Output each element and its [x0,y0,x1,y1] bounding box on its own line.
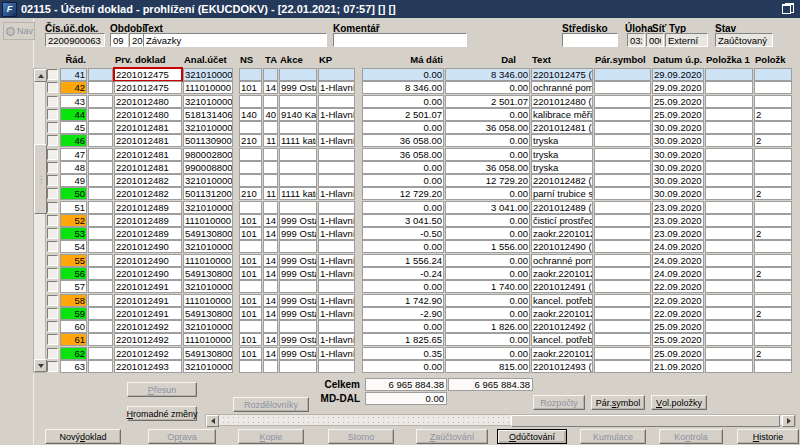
kp-cell[interactable]: 1-Hlavní - Z [318,254,355,267]
row-number-cell[interactable]: 53 [60,227,87,240]
text-cell[interactable]: ochranné pomůck [531,81,593,94]
text-cell[interactable]: 2201012490 (ERC [531,240,593,253]
anal-ucet-cell[interactable]: 980002800 [183,148,233,161]
text-cell[interactable]: kancel. potřeby - [531,333,593,346]
text-cell[interactable]: tryska [531,134,593,147]
kopie-button[interactable]: Kopie [238,429,304,444]
ta-cell[interactable]: 14 [263,254,278,267]
par-symbol-cell[interactable] [594,307,651,320]
row-number-cell[interactable]: 47 [60,148,87,161]
table-row[interactable]: 56 2201012490 549130800 101 14 999 Ostat… [47,267,792,280]
ma-dati-cell[interactable]: 0.00 [362,174,444,187]
table-row[interactable]: 55 2201012490 111010000 101 14 999 Ostat… [47,254,792,267]
text-cell[interactable]: 2201012482 (VW [531,174,593,187]
polozka2-cell[interactable]: 2 [754,108,792,121]
kp-cell[interactable]: 1-Hlavní - Z [318,267,355,280]
datum-cell[interactable]: 30.09.2020 [652,161,704,174]
ns-cell[interactable]: 101 [239,227,262,240]
dal-cell[interactable]: 0.00 [445,134,530,147]
prv-doklad-cell[interactable]: 2201012491 [114,307,182,320]
kp-cell[interactable] [318,360,355,373]
table-row[interactable]: 47 2201012481 980002800 36 058.00 0.00 t… [47,148,792,161]
par-symbol-cell[interactable] [594,81,651,94]
kumulace-button[interactable]: Kumulace [580,429,646,444]
ns-cell[interactable]: 101 [239,307,262,320]
ta-cell[interactable]: 14 [263,333,278,346]
horizontal-scrollbar-thumb[interactable] [511,415,780,427]
datum-cell[interactable]: 30.09.2020 [652,148,704,161]
ma-dati-cell[interactable]: 8 346.00 [362,81,444,94]
row-checkbox[interactable] [47,240,58,253]
datum-cell[interactable]: 25.09.2020 [652,347,704,360]
anal-ucet-cell[interactable]: 518131406 [183,108,233,121]
row-checkbox[interactable] [47,81,58,94]
dal-cell[interactable]: 0.00 [445,333,530,346]
text-cell[interactable]: kalibrace měřidel [531,108,593,121]
anal-ucet-cell[interactable]: 501131200 [183,187,233,200]
vol-polozky-button[interactable]: Vol.položky [651,395,707,410]
polozka2-cell[interactable]: 2 [754,187,792,200]
dal-cell[interactable]: 12 729.20 [445,174,530,187]
ma-dati-cell[interactable]: 36 058.00 [362,148,444,161]
ns-cell[interactable]: 101 [239,267,262,280]
akce-cell[interactable]: 999 Ostatní p [279,347,317,360]
kp-cell[interactable]: 1-Hlavní - Z [318,294,355,307]
table-row[interactable]: 49 2201012482 321010000 0.00 12 729.20 2… [47,174,792,187]
text-cell[interactable]: 2201012493 (ERC [531,360,593,373]
dal-cell[interactable]: 0.00 [445,187,530,200]
row-number-cell[interactable]: 49 [60,174,87,187]
vertical-scrollbar-thumb[interactable]: ⋮ [34,144,47,214]
akce-cell[interactable]: 999 Ostatní p [279,294,317,307]
table-row[interactable]: 59 2201012491 549130800 101 14 999 Ostat… [47,307,792,320]
blank-cell[interactable] [88,174,113,187]
ma-dati-cell[interactable]: 1 825.65 [362,333,444,346]
dal-cell[interactable]: 0.00 [445,307,530,320]
row-checkbox[interactable] [47,214,58,227]
akce-cell[interactable]: 1111 katedra [279,134,317,147]
anal-ucet-cell[interactable]: 111010000 [183,294,233,307]
polozka1-cell[interactable] [705,148,753,161]
ma-dati-cell[interactable]: 0.00 [362,201,444,214]
polozka2-cell[interactable] [754,214,792,227]
row-number-cell[interactable]: 57 [60,280,87,293]
par-symbol-cell[interactable] [594,201,651,214]
blank-cell[interactable] [88,360,113,373]
ta-cell[interactable]: 14 [263,294,278,307]
par-symbol-cell[interactable] [594,134,651,147]
datum-cell[interactable]: 21.09.2020 [652,360,704,373]
polozka1-cell[interactable] [705,280,753,293]
row-checkbox[interactable] [47,187,58,200]
kp-cell[interactable]: 1-Hlavní - Z [318,214,355,227]
polozka1-cell[interactable] [705,161,753,174]
dal-cell[interactable]: 0.00 [445,347,530,360]
row-number-cell[interactable]: 52 [60,214,87,227]
prv-doklad-cell[interactable]: 2201012489 [114,214,182,227]
ns-cell[interactable]: 101 [239,214,262,227]
polozka2-cell[interactable] [754,294,792,307]
polozka1-cell[interactable] [705,108,753,121]
kontrola-button[interactable]: Kontrola [659,429,723,444]
ta-cell[interactable]: 14 [263,227,278,240]
anal-ucet-cell[interactable]: 111010000 [183,214,233,227]
prv-doklad-cell[interactable]: 2201012490 [114,240,182,253]
polozka1-cell[interactable] [705,333,753,346]
ma-dati-cell[interactable]: 0.00 [362,320,444,333]
datum-cell[interactable]: 25.09.2020 [652,95,704,108]
prv-doklad-cell[interactable]: 2201012489 [114,201,182,214]
datum-cell[interactable]: 25.09.2020 [652,333,704,346]
dal-cell[interactable]: 1 556.00 [445,240,530,253]
polozka1-cell[interactable] [705,294,753,307]
row-number-cell[interactable]: 46 [60,134,87,147]
ns-cell[interactable]: 101 [239,294,262,307]
text-cell[interactable]: 2201012475 (INTI [531,68,593,81]
par-symbol-cell[interactable] [594,121,651,134]
dal-cell[interactable]: 0.00 [445,108,530,121]
text-cell[interactable]: 2201012491 (ERC [531,280,593,293]
kp-cell[interactable] [318,121,355,134]
rozdelovniky-button[interactable]: Rozdělovníky [233,397,309,412]
blank-cell[interactable] [88,68,113,81]
prv-doklad-cell[interactable]: 2201012481 [114,121,182,134]
row-number-cell[interactable]: 61 [60,333,87,346]
par-symbol-cell[interactable] [594,347,651,360]
datum-cell[interactable]: 30.09.2020 [652,121,704,134]
